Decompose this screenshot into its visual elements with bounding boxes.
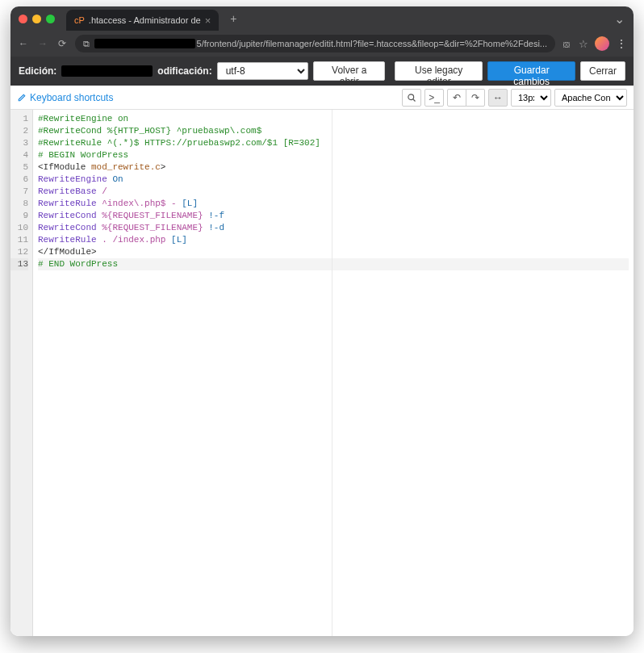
site-info-icon[interactable]: ⧉ <box>83 39 90 49</box>
line-number: 1 <box>10 113 28 125</box>
url-path: 5/frontend/jupiter/filemanager/editit.ht… <box>197 39 547 48</box>
code-line[interactable]: </IfModule> <box>38 246 629 258</box>
code-line[interactable]: RewriteCond %{REQUEST_FILENAME} !-d <box>38 222 629 234</box>
code-line[interactable]: #RewriteRule ^(.*)$ HTTPS://pruebaswp2.c… <box>38 137 629 149</box>
font-size-select[interactable]: 13px <box>511 89 551 107</box>
codificacion-label: odificación: <box>157 65 211 77</box>
code-line[interactable]: <IfModule mod_rewrite.c> <box>38 161 629 174</box>
reopen-button[interactable]: Volver a abrir <box>313 61 385 81</box>
line-number: 8 <box>10 198 28 210</box>
print-margin-line <box>332 110 332 636</box>
keyboard-shortcuts-link[interactable]: Keyboard shortcuts <box>17 92 113 103</box>
chevron-down-icon[interactable]: ⌄ <box>613 11 625 27</box>
syntax-mode-select[interactable]: Apache Conf <box>554 89 627 107</box>
line-number: 5 <box>10 161 28 174</box>
window-maximize-icon[interactable] <box>46 15 55 23</box>
console-icon[interactable]: >_ <box>424 89 444 107</box>
undo-icon[interactable]: ↶ <box>447 89 466 107</box>
translate-icon[interactable]: ⦻ <box>562 38 572 50</box>
code-line[interactable]: RewriteEngine On <box>38 174 629 186</box>
code-line[interactable]: RewriteRule . /index.php [L] <box>38 234 629 246</box>
search-icon[interactable] <box>402 89 421 107</box>
edicion-label: Edición: <box>19 65 56 77</box>
forward-icon[interactable]: → <box>36 38 49 49</box>
browser-menu-icon[interactable]: ⋮ <box>616 37 627 50</box>
svg-point-0 <box>408 94 414 99</box>
back-icon[interactable]: ← <box>17 38 30 49</box>
browser-window: cP .htaccess - Administrador de × + ⌄ ← … <box>10 6 634 636</box>
window-minimize-icon[interactable] <box>32 15 41 23</box>
tab-close-icon[interactable]: × <box>205 15 211 27</box>
line-number: 4 <box>10 149 28 161</box>
undo-redo-group: ↶ ↷ <box>447 89 485 107</box>
close-button[interactable]: Cerrar <box>580 61 625 81</box>
window-close-icon[interactable] <box>19 15 27 23</box>
line-number: 9 <box>10 210 28 222</box>
tab-title: .htaccess - Administrador de <box>89 15 201 25</box>
code-line[interactable]: #RewriteCond %{HTTP_HOST} ^pruebaswp\.co… <box>38 125 629 137</box>
profile-avatar-icon[interactable] <box>595 36 609 51</box>
code-editor[interactable]: 12345678910111213 #RewriteEngine on#Rewr… <box>10 110 634 636</box>
line-number-gutter: 12345678910111213 <box>10 110 33 636</box>
new-tab-icon[interactable]: + <box>230 12 236 25</box>
window-titlebar: cP .htaccess - Administrador de × + ⌄ <box>10 6 634 31</box>
code-line[interactable]: #RewriteEngine on <box>38 113 629 125</box>
browser-toolbar: ← → ⟳ ⧉ 5/frontend/jupiter/filemanager/e… <box>10 31 634 57</box>
line-number: 6 <box>10 174 28 186</box>
line-number: 11 <box>10 234 28 246</box>
code-line[interactable]: RewriteCond %{REQUEST_FILENAME} !-f <box>38 210 629 222</box>
code-area[interactable]: #RewriteEngine on#RewriteCond %{HTTP_HOS… <box>33 110 634 636</box>
line-number: 2 <box>10 125 28 137</box>
save-button[interactable]: Guardar cambios <box>487 61 575 81</box>
line-number: 12 <box>10 246 28 258</box>
reload-icon[interactable]: ⟳ <box>56 38 69 49</box>
wrap-toggle-icon[interactable]: ↔ <box>488 89 508 107</box>
redo-icon[interactable]: ↷ <box>466 89 485 107</box>
line-number: 10 <box>10 222 28 234</box>
legacy-editor-button[interactable]: Use legacy editor <box>395 61 483 81</box>
edit-icon <box>17 93 27 103</box>
cpanel-favicon-icon: cP <box>74 15 85 25</box>
redacted-path <box>61 65 153 77</box>
redacted-host <box>94 39 195 48</box>
code-line[interactable]: # BEGIN WordPress <box>38 149 629 161</box>
bookmark-star-icon[interactable]: ☆ <box>579 38 588 50</box>
address-bar[interactable]: ⧉ 5/frontend/jupiter/filemanager/editit.… <box>75 35 555 52</box>
line-number: 7 <box>10 186 28 198</box>
code-line[interactable]: RewriteBase / <box>38 186 629 198</box>
code-line[interactable]: # END WordPress <box>38 258 629 270</box>
line-number: 3 <box>10 137 28 149</box>
line-number: 13 <box>10 258 28 270</box>
browser-tab[interactable]: cP .htaccess - Administrador de × <box>66 10 219 31</box>
editor-appbar: Edición: odificación: utf-8 Volver a abr… <box>10 57 634 86</box>
code-line[interactable]: RewriteRule ^index\.php$ - [L] <box>38 198 629 210</box>
editor-toolbar: Keyboard shortcuts >_ ↶ ↷ ↔ 13px Apache … <box>10 86 634 110</box>
encoding-select[interactable]: utf-8 <box>217 62 309 80</box>
